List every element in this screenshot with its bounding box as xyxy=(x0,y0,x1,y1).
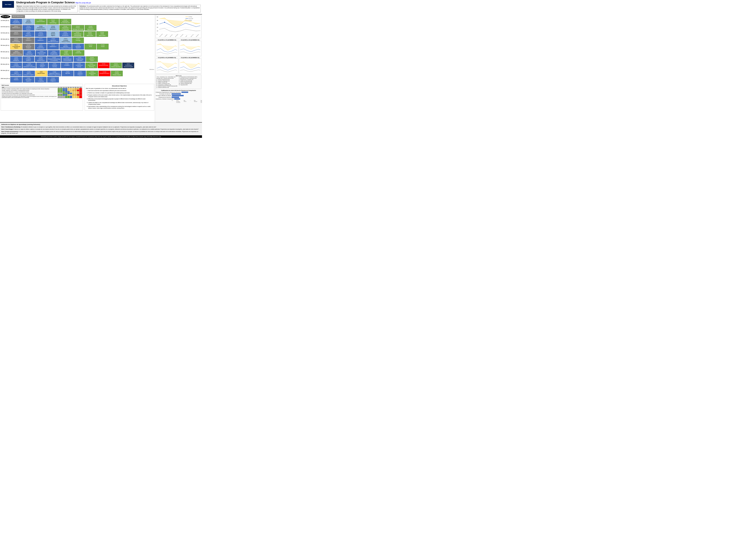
course-ma101[interactable]: MA101Mathematics II xyxy=(10,25,22,31)
chart-cs-is-title: CS (UCSP) vs IS (ACM/IEEE-CS) xyxy=(156,57,178,58)
course-fg101[interactable]: FG101Communication xyxy=(35,19,47,24)
right-panel: 50 40 30 20 10 0 xyxy=(155,14,202,122)
course-cs271[interactable]: CS271Databases I xyxy=(35,38,47,43)
course-cs331[interactable]: CS331Networking andCommunication xyxy=(62,56,73,62)
edu-obj-4: Effectively communicate technological pr… xyxy=(88,98,153,101)
skill-4-s3: F xyxy=(63,93,65,94)
course-cs292[interactable]: CS292SoftwareEngineering II xyxy=(23,50,35,56)
course-cs259[interactable]: CS259OperatingSystems xyxy=(72,44,84,49)
electives-label-9: Electivos xyxy=(10,69,154,70)
course-cs291[interactable]: CS291SoftwareEngineering I xyxy=(35,44,47,49)
course-cs272[interactable]: CS272Databases II xyxy=(47,44,59,49)
course-cs312-adv[interactable]: CS312Advanced DataStructures xyxy=(36,50,47,56)
course-cs301-is[interactable]: CS301InformationSystems xyxy=(23,77,34,82)
course-cs401[interactable]: CS401DiscreteStructures I xyxy=(23,19,34,24)
course-cs113[interactable]: CS113ComputerScience II xyxy=(35,31,47,37)
skill-row-4: Recognize ethical and responsibilites in… xyxy=(2,93,82,94)
course-cs370[interactable]: CS370Big Data xyxy=(62,71,73,76)
course-cs342[interactable]: CS342Compilers xyxy=(61,63,73,68)
course-cs444[interactable]: CS444CapstoneProject III xyxy=(47,77,59,82)
course-fg104[interactable]: FG104Introductionto Philosophy xyxy=(59,25,71,31)
course-fg221[interactable]: FG221History ofScience and Tech. xyxy=(110,63,122,68)
col-sem2: 2nd xyxy=(60,87,63,88)
course-fg203[interactable]: FG203ArtisticAppreciation xyxy=(96,31,108,37)
course-fg301[interactable]: FG301Church SocialTeaching xyxy=(86,63,97,68)
course-cs201-ai[interactable]: CS201ArtificialIntelligence xyxy=(10,56,22,62)
course-cs301-sec[interactable]: CS301ComputerSecurity xyxy=(49,63,61,68)
skill-1-s5: A xyxy=(67,88,70,90)
skill-2-s10: A xyxy=(79,90,82,91)
codif-row-4: Infraestructura de Servicios xyxy=(156,96,202,98)
course-cs211[interactable]: CS211ComputerScience Theory xyxy=(60,38,71,43)
course-fg320[interactable]: FG320ProcessReality Analysis xyxy=(111,71,123,76)
course-fg204[interactable]: FG204Theology xyxy=(72,38,84,43)
skills-table: Skill 1st 2nd 3rd 4th 5th 6th 7th 8th 9t… xyxy=(2,87,82,98)
course-cs442[interactable]: CS442CapstoneProject I xyxy=(36,63,48,68)
sem-label-7: 7th Sem (22 cr) xyxy=(1,56,10,59)
course-fg202[interactable]: FG202LiteraryAppreciation xyxy=(84,31,96,37)
course-cb90[interactable]: CB90Bioinformatics xyxy=(35,71,47,76)
course-id101[interactable]: ID101ProfessionalTechnical English xyxy=(122,63,134,68)
course-cs470[interactable]: CS470CloudComputing xyxy=(35,77,47,82)
course-cs450[interactable]: CS450Parallel andDistributed Computing xyxy=(23,63,36,68)
course-cs300[interactable]: CS300Introduction toComputer Science xyxy=(35,25,47,31)
skill-5-s4: U xyxy=(65,94,67,96)
course-fg103[interactable]: FG103Introductionto University Life xyxy=(59,19,71,24)
course-cs221[interactable]: CS221ComputerArchitecture xyxy=(59,31,71,37)
skill-4-s4: F xyxy=(65,93,67,94)
course-ma205[interactable]: MA205Statisticsand Probability xyxy=(10,38,22,43)
course-cs103[interactable]: CS103AbstractAlgebra xyxy=(47,31,59,37)
course-cs443[interactable]: CS443CapstoneProject II xyxy=(74,71,86,76)
skill-label-5: Apply computing science theory and softw… xyxy=(2,94,58,96)
course-cs312-alg[interactable]: CS312AlgorithmAnalysis and Design xyxy=(59,44,72,49)
skill-4-s2 xyxy=(60,93,63,94)
course-cs112[interactable]: CS112ComputerScience I xyxy=(23,25,34,31)
course-ma102[interactable]: MA102Calculus I xyxy=(10,31,22,37)
course-cs449[interactable]: CS449Research Methodologyin Computing xyxy=(47,56,61,62)
codif-label-4: Infraestructura de Servicios xyxy=(156,97,171,98)
course-cs393[interactable]: CS393SoftwareEngineering III xyxy=(35,56,47,62)
skill-2-s2: F xyxy=(60,90,63,91)
skill-6-s5: F xyxy=(67,96,70,98)
course-cs203[interactable]: CS203Computergraphics xyxy=(23,56,34,62)
course-cs301-ai-topics[interactable]: CS301Topics inArtificial Intelligence xyxy=(10,71,22,76)
col-sem7: 7th xyxy=(72,87,74,88)
course-et302[interactable]: ET302Entrepreneurship II xyxy=(99,71,110,76)
course-ma201[interactable]: MA201Calculus II xyxy=(23,38,34,43)
course-fg102[interactable]: FG102StudyMethodology xyxy=(47,19,59,24)
course-ma307[interactable]: MA307Mathematicsapplied to computing xyxy=(10,50,23,56)
svg-point-12 xyxy=(164,22,165,23)
course-cs111[interactable]: CS111VideogameProgramming xyxy=(10,19,22,24)
course-cs102[interactable]: CS102DiscreteStructures II xyxy=(47,25,59,31)
url[interactable]: http://cs.ucsp.edu.pe xyxy=(75,2,91,4)
course-cb111[interactable]: CB111ComputationalPhysics xyxy=(10,44,22,49)
course-cs301-cg-topics[interactable]: CS301Topics inComputer Graphics xyxy=(23,71,35,76)
course-fg305[interactable]: FG305PublicSpeaking xyxy=(60,50,72,56)
course-cs319[interactable]: CS319Algorithmsand Data Structures xyxy=(47,38,59,43)
ma100-course[interactable]: MA100 Mathematics I xyxy=(12,15,25,18)
cs-ucsp-badge: CS-UCSP xyxy=(1,15,10,18)
course-fg105[interactable]: FG105MusicalAppreciation xyxy=(85,25,96,31)
course-ma306[interactable]: MA306NumericalAnalysis xyxy=(23,44,34,49)
chart-cs-ce2: CS (UCSP) vs CE (ACM/IEEE-CS) xyxy=(179,40,202,56)
course-fg205[interactable]: FG205History ofCulture xyxy=(86,56,98,62)
course-fg306[interactable]: FG306Theaer xyxy=(97,44,109,49)
course-cs341[interactable]: CS341ProgrammingLanguages xyxy=(74,56,86,62)
course-fg219[interactable]: FG219Moral xyxy=(85,44,96,49)
course-cs361[interactable]: CS361Computing toSociety xyxy=(73,63,85,68)
nivel3-label: Nivel 3 Evaluar (Assessment): xyxy=(1,131,18,132)
sem-label-9: 9th Sem (22 cr) xyxy=(1,69,10,71)
svg-text:Software: Software xyxy=(164,34,168,37)
course-fg350[interactable]: FG350Leadership xyxy=(72,50,84,56)
course-cs200[interactable]: CS200PlatformBased Dev. xyxy=(23,31,34,37)
course-cs302-adv[interactable]: CS302Advanced Topics inSoftware Programm… xyxy=(48,71,62,76)
course-fg107[interactable]: FG107PhilosophicalAnthropology xyxy=(72,31,84,37)
course-cs311[interactable]: CS311CompetitiveProgramming xyxy=(48,50,60,56)
course-fg112[interactable]: FG112Person,Marriage and Family xyxy=(72,25,84,31)
skill-6-s1 xyxy=(58,96,60,98)
skill-row-1: Develop a complex computing problem and … xyxy=(2,88,82,90)
course-cs201-hci[interactable]: CS201ComputerHuman Interactive xyxy=(10,63,22,68)
course-et301[interactable]: ET301Entrepreneurship I xyxy=(98,63,110,68)
course-fg311[interactable]: FG311ProfessionalEthics xyxy=(86,71,98,76)
course-cs302-rob[interactable]: CS302Robotics xyxy=(10,77,22,82)
